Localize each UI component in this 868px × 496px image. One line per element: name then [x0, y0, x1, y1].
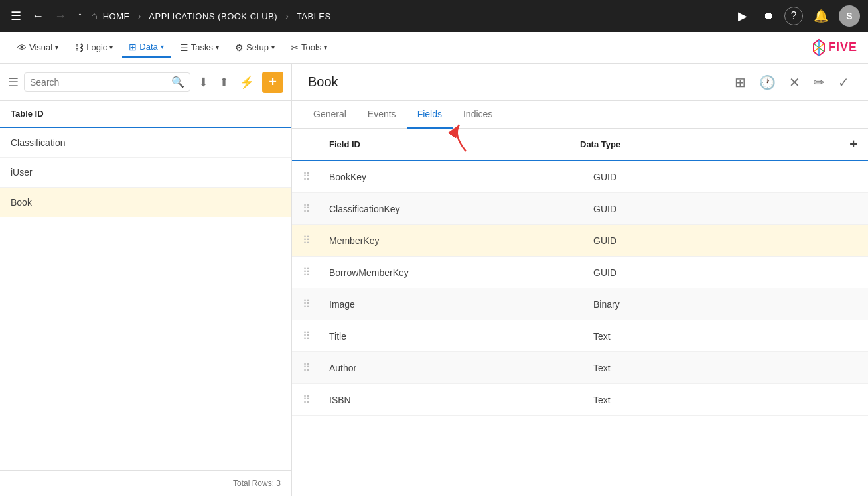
table-row[interactable]: ⠿ BorrowMemberKey GUID	[292, 257, 868, 288]
second-toolbar: 👁 Visual ▾ ⛓ Logic ▾ ⊞ Data ▾ ☰ Tasks ▾ …	[0, 32, 868, 64]
help-button[interactable]: ?	[784, 7, 803, 25]
data-type-author: Text	[593, 363, 857, 373]
home-icon: ⌂	[91, 10, 98, 22]
drag-handle-title[interactable]: ⠿	[303, 330, 329, 342]
table-row[interactable]: ⠿ ISBN Text	[292, 384, 868, 416]
tools-menu[interactable]: ✂ Tools ▾	[284, 38, 334, 57]
visual-menu[interactable]: 👁 Visual ▾	[11, 38, 65, 57]
data-type-isbn: Text	[593, 395, 857, 405]
notifications-button[interactable]: 🔔	[808, 6, 833, 26]
field-id-image: Image	[329, 299, 593, 310]
tasks-dropdown-icon: ▾	[216, 44, 219, 51]
data-label: Data	[139, 42, 157, 52]
setup-label: Setup	[246, 42, 269, 52]
logic-menu[interactable]: ⛓ Logic ▾	[68, 38, 119, 57]
tab-indices[interactable]: Indices	[453, 101, 503, 129]
upload-button[interactable]: ⬆	[216, 72, 232, 92]
tabs: General Events Fields Indices	[292, 101, 868, 129]
fields-table: Field ID Data Type + ⠿ BookKey GUID ⠿ Cl…	[292, 129, 868, 496]
data-menu[interactable]: ⊞ Data ▾	[122, 38, 170, 58]
sidebar-item-iuser[interactable]: iUser	[0, 158, 291, 188]
table-row-highlighted[interactable]: ⠿ MemberKey GUID	[292, 225, 868, 257]
play-button[interactable]: ▶	[733, 6, 753, 26]
add-button[interactable]: +	[262, 72, 283, 93]
menu-icon[interactable]: ☰	[8, 6, 24, 26]
tasks-menu[interactable]: ☰ Tasks ▾	[173, 38, 226, 57]
table-row[interactable]: ⠿ BookKey GUID	[292, 161, 868, 193]
add-field-col: +	[831, 137, 857, 152]
search-input[interactable]	[30, 77, 167, 88]
field-id-memberkey: MemberKey	[329, 235, 593, 246]
bolt-button[interactable]: ⚡	[237, 72, 257, 92]
drag-handle-image[interactable]: ⠿	[303, 298, 329, 310]
table-row[interactable]: ⠿ Title Text	[292, 320, 868, 352]
drag-handle-bookkey[interactable]: ⠿	[303, 170, 329, 183]
top-nav-actions: ▶ ⏺ ? 🔔 S	[733, 5, 860, 27]
field-id-borrowmemberkey: BorrowMemberKey	[329, 267, 593, 278]
add-field-button[interactable]: +	[849, 137, 857, 152]
data-type-bookkey: GUID	[593, 172, 857, 182]
sidebar-column-header: Table ID	[0, 101, 291, 128]
table-row[interactable]: ⠿ ClassificationKey GUID	[292, 193, 868, 225]
data-type-image: Binary	[593, 299, 857, 310]
user-avatar[interactable]: S	[839, 5, 860, 27]
sidebar-item-classification[interactable]: Classification	[0, 128, 291, 158]
table-row[interactable]: ⠿ Image Binary	[292, 288, 868, 320]
visual-label: Visual	[29, 42, 52, 52]
sidebar-items: Classification iUser Book	[0, 128, 291, 470]
data-type-title: Text	[593, 331, 857, 341]
tab-events[interactable]: Events	[357, 101, 407, 129]
setup-menu[interactable]: ⚙ Setup ▾	[228, 38, 281, 57]
record-button[interactable]: ⏺	[758, 7, 779, 25]
panel-header: Book ⊞ 🕐 ✕ ✏ ✓	[292, 64, 868, 101]
visual-dropdown-icon: ▾	[55, 44, 58, 51]
up-icon[interactable]: ↑	[74, 7, 86, 26]
drag-handle-memberkey[interactable]: ⠿	[303, 234, 329, 247]
eye-icon: 👁	[17, 42, 27, 53]
tools-dropdown-icon: ▾	[324, 44, 327, 51]
drag-handle-classificationkey[interactable]: ⠿	[303, 202, 329, 215]
top-nav: ☰ ← → ↑ ⌂ HOME › APPLICATIONS (BOOK CLUB…	[0, 0, 868, 32]
table-row[interactable]: ⠿ Author Text	[292, 352, 868, 384]
field-id-isbn: ISBN	[329, 395, 593, 405]
field-id-title: Title	[329, 331, 593, 341]
field-id-author: Author	[329, 363, 593, 373]
tasks-label: Tasks	[191, 42, 213, 52]
logic-icon: ⛓	[74, 42, 84, 53]
main-content: ☰ 🔍 ⬇ ⬆ ⚡ + Table ID Classification iUse…	[0, 64, 868, 496]
home-label[interactable]: HOME	[103, 11, 130, 21]
data-dropdown-icon: ▾	[161, 43, 164, 50]
field-id-bookkey: BookKey	[329, 172, 593, 182]
data-icon: ⊞	[129, 42, 137, 52]
tools-icon: ✂	[291, 42, 299, 53]
logic-label: Logic	[86, 42, 107, 52]
drag-handle-borrowmemberkey[interactable]: ⠿	[303, 266, 329, 279]
tab-general[interactable]: General	[303, 101, 357, 129]
setup-dropdown-icon: ▾	[271, 44, 275, 51]
breadcrumb-sep1: ›	[138, 11, 141, 21]
tasks-icon: ☰	[180, 42, 188, 53]
sidebar-footer: Total Rows: 3	[0, 470, 291, 496]
download-button[interactable]: ⬇	[196, 72, 211, 92]
tab-fields[interactable]: Fields	[407, 101, 453, 129]
field-id-classificationkey: ClassificationKey	[329, 204, 593, 214]
forward-icon[interactable]: →	[52, 7, 69, 26]
drag-handle-author[interactable]: ⠿	[303, 361, 329, 374]
filter-button[interactable]: ☰	[8, 75, 19, 90]
tables-label[interactable]: TABLES	[297, 11, 331, 21]
edit-button[interactable]: ✏	[811, 72, 828, 93]
back-icon[interactable]: ←	[29, 7, 46, 26]
drag-handle-isbn[interactable]: ⠿	[303, 393, 329, 406]
app-label[interactable]: APPLICATIONS (BOOK CLUB)	[149, 11, 277, 21]
sidebar-item-book[interactable]: Book	[0, 188, 291, 217]
close-button[interactable]: ✕	[786, 72, 803, 93]
field-id-header: Field ID	[329, 139, 580, 149]
history-button[interactable]: 🕐	[757, 72, 778, 93]
logic-dropdown-icon: ▾	[109, 44, 113, 51]
confirm-button[interactable]: ✓	[835, 72, 852, 93]
five-logo-svg	[810, 38, 828, 57]
search-icon: 🔍	[171, 76, 184, 88]
grid-view-button[interactable]: ⊞	[732, 72, 749, 93]
setup-icon: ⚙	[235, 42, 244, 53]
tools-label: Tools	[301, 42, 321, 52]
